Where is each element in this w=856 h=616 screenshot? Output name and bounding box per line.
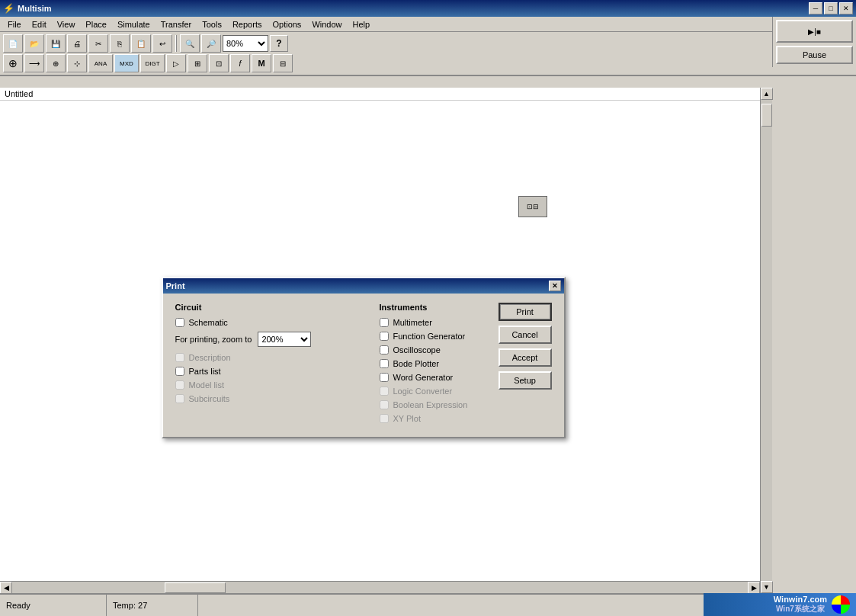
boolean-expression-label: Boolean Expression: [393, 400, 468, 409]
title-bar: ⚡ Multisim ─ □ ✕: [0, 0, 856, 17]
help-button[interactable]: ?: [270, 35, 288, 52]
instruments-section: Instruments Multimeter Function Generato…: [380, 303, 486, 428]
scroll-up-arrow[interactable]: ▲: [761, 88, 773, 100]
scroll-thumb-horizontal[interactable]: [165, 582, 226, 593]
word-generator-label: Word Generator: [393, 373, 454, 382]
menu-help[interactable]: Help: [348, 18, 375, 30]
toolbar-new[interactable]: 📄: [3, 34, 23, 53]
parts-list-row: Parts list: [175, 367, 364, 376]
description-label: Description: [189, 353, 231, 362]
menu-transfer[interactable]: Transfer: [156, 18, 197, 30]
instrument-widget-2[interactable]: ⊡⊟: [518, 196, 547, 217]
toolbar-ana[interactable]: ANA: [88, 54, 113, 72]
toolbar-probe[interactable]: ⊹: [67, 54, 87, 72]
function-generator-row: Function Generator: [380, 332, 486, 341]
logic-converter-checkbox[interactable]: [380, 387, 389, 396]
print-dialog[interactable]: Print ✕ Circuit Schematic For printing, …: [162, 277, 566, 438]
logic-converter-row: Logic Converter: [380, 387, 486, 396]
toolbar-select[interactable]: ⊕: [3, 54, 23, 72]
scroll-track-horizontal[interactable]: [12, 582, 748, 593]
toolbar-row-2: ⊕ ⟶ ⊕ ⊹ ANA MXD DIGT ▷ ⊞ ⊡ f M ⊟: [3, 53, 853, 73]
multimeter-checkbox[interactable]: [380, 318, 389, 327]
menu-view[interactable]: View: [53, 18, 80, 30]
maximize-button[interactable]: □: [824, 2, 838, 14]
toolbar-junction[interactable]: ⊕: [46, 54, 66, 72]
toolbar-zoom-in[interactable]: 🔎: [201, 34, 221, 53]
scroll-down-arrow[interactable]: ▼: [761, 581, 773, 593]
dialog-title: Print: [166, 281, 185, 290]
menu-tools[interactable]: Tools: [197, 18, 226, 30]
model-list-row: Model list: [175, 380, 364, 390]
setup-button[interactable]: Setup: [499, 371, 552, 390]
toolbar-wire[interactable]: ⟶: [24, 54, 44, 72]
toolbar-area: 📄 📂 💾 🖨 ✂ ⎘ 📋 ↩ 🔍 🔎 80% 50% 100% 200% ? …: [0, 32, 856, 76]
parts-list-label: Parts list: [189, 367, 221, 376]
schematic-checkbox[interactable]: [175, 318, 184, 327]
xy-plot-row: XY Plot: [380, 414, 486, 423]
win-logo-area: Winwin7.com Win7系统之家: [704, 593, 856, 616]
menu-file[interactable]: File: [3, 18, 26, 30]
accept-button[interactable]: Accept: [499, 348, 552, 367]
bode-plotter-checkbox[interactable]: [380, 359, 389, 368]
word-generator-row: Word Generator: [380, 373, 486, 382]
word-generator-checkbox[interactable]: [380, 373, 389, 382]
menu-edit[interactable]: Edit: [27, 18, 51, 30]
bode-plotter-row: Bode Plotter: [380, 359, 486, 368]
subcircuits-checkbox[interactable]: [175, 394, 184, 403]
status-temp: Temp: 27: [107, 595, 198, 616]
model-list-checkbox[interactable]: [175, 380, 184, 390]
menu-reports[interactable]: Reports: [228, 18, 267, 30]
run-button[interactable]: ▶|■: [776, 20, 853, 43]
toolbar-mixed[interactable]: MXD: [114, 54, 139, 72]
toolbar-zoom-out[interactable]: 🔍: [180, 34, 200, 53]
toolbar-place[interactable]: ⊡: [209, 54, 229, 72]
toolbar-print[interactable]: 🖨: [67, 34, 87, 53]
toolbar-digit[interactable]: DIGT: [140, 54, 165, 72]
pause-button[interactable]: Pause: [776, 46, 853, 64]
boolean-expression-checkbox[interactable]: [380, 400, 389, 409]
toolbar-copy[interactable]: ⎘: [110, 34, 130, 53]
xy-plot-checkbox[interactable]: [380, 414, 389, 423]
toolbar-bus[interactable]: ⊟: [273, 54, 293, 72]
menu-window[interactable]: Window: [307, 18, 346, 30]
print-zoom-select[interactable]: 200% 50% 100% 150% 300%: [258, 332, 311, 347]
scroll-right-arrow[interactable]: ▶: [748, 582, 760, 594]
toolbar-undo[interactable]: ↩: [152, 34, 172, 53]
zoom-label: For printing, zoom to: [175, 335, 252, 344]
bottom-scrollbar: ◀ ▶: [0, 581, 760, 593]
toolbar-gates[interactable]: ▷: [166, 54, 186, 72]
toolbar-misc[interactable]: ⊞: [188, 54, 207, 72]
scroll-thumb-vertical[interactable]: [761, 104, 772, 127]
toolbar-macro[interactable]: M: [252, 54, 271, 72]
scroll-left-arrow[interactable]: ◀: [0, 582, 12, 594]
toolbar-open[interactable]: 📂: [24, 34, 44, 53]
parts-list-checkbox[interactable]: [175, 367, 184, 376]
menu-place[interactable]: Place: [81, 18, 111, 30]
dialog-title-bar: Print ✕: [163, 278, 564, 294]
menu-options[interactable]: Options: [268, 18, 306, 30]
watermark-text: Winwin7.com: [774, 595, 827, 604]
function-generator-checkbox[interactable]: [380, 332, 389, 341]
menu-simulate[interactable]: Simulate: [113, 18, 155, 30]
description-checkbox[interactable]: [175, 353, 184, 362]
cancel-button[interactable]: Cancel: [499, 326, 552, 344]
toolbar-paste[interactable]: 📋: [131, 34, 151, 53]
zoom-select[interactable]: 80% 50% 100% 200%: [223, 35, 268, 52]
model-list-label: Model list: [189, 380, 224, 390]
toolbar-save[interactable]: 💾: [46, 34, 66, 53]
close-button[interactable]: ✕: [839, 2, 853, 14]
print-button[interactable]: Print: [499, 303, 552, 321]
minimize-button[interactable]: ─: [809, 2, 822, 14]
toolbar-func[interactable]: f: [230, 54, 250, 72]
toolbar-separator-1: [175, 35, 177, 52]
scroll-track-vertical[interactable]: [761, 100, 772, 581]
title-bar-icon: ⚡: [3, 3, 14, 14]
oscilloscope-checkbox[interactable]: [380, 345, 389, 355]
dialog-close-button[interactable]: ✕: [549, 281, 561, 291]
dialog-buttons: Print Cancel Accept Setup: [499, 303, 552, 428]
multimeter-label: Multimeter: [393, 318, 432, 327]
toolbar-cut[interactable]: ✂: [88, 34, 108, 53]
oscilloscope-label: Oscilloscope: [393, 345, 441, 355]
oscilloscope-row: Oscilloscope: [380, 345, 486, 355]
title-bar-controls: ─ □ ✕: [809, 2, 853, 14]
